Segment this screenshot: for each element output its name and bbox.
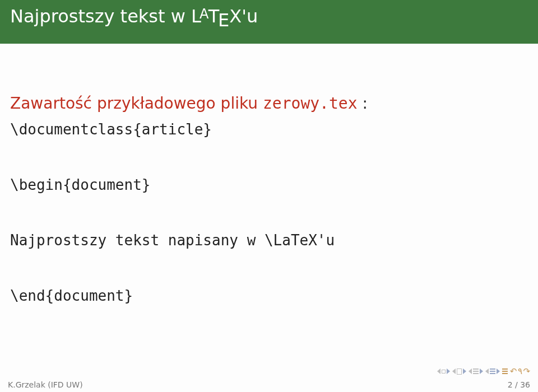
footer-page: 2 / 36 [508,380,530,389]
nav-toc[interactable] [502,368,508,374]
nav-prev-frame[interactable] [452,368,466,375]
code-line-3: Najprostszy tekst napisany w \LaTeX'u [10,227,528,254]
nav-back-forward[interactable]: ↶ ۹ ↷ [510,366,530,376]
footer-author: K.Grzelak (IFD UW) [8,380,83,389]
nav-prev-subsection[interactable] [469,368,483,374]
code-line-2: \begin{document} [10,171,528,199]
title-prefix: Najprostszy tekst w [10,6,191,27]
nav-prev-section[interactable] [485,368,500,374]
subtitle: Zawartość przykładowego pliku zerowy.tex… [10,94,528,113]
title-suffix: 'u [242,6,258,27]
beamer-nav: ↶ ۹ ↷ [437,366,530,376]
code-line-1: \documentclass{article} [10,116,528,143]
latex-logo: LATEX [191,6,242,27]
nav-prev-slide[interactable] [437,368,450,374]
subtitle-colon: : [358,94,368,113]
code-block: \documentclass{article} \begin{document}… [10,116,528,310]
slide-body: Zawartość przykładowego pliku zerowy.tex… [0,44,538,310]
slide-footer: K.Grzelak (IFD UW) 2 / 36 [0,377,538,392]
subtitle-text: Zawartość przykładowego pliku [10,94,263,113]
code-line-4: \end{document} [10,282,528,310]
subtitle-filename: zerowy.tex [263,94,358,113]
slide-header: Najprostszy tekst w LATEX'u [0,0,538,44]
